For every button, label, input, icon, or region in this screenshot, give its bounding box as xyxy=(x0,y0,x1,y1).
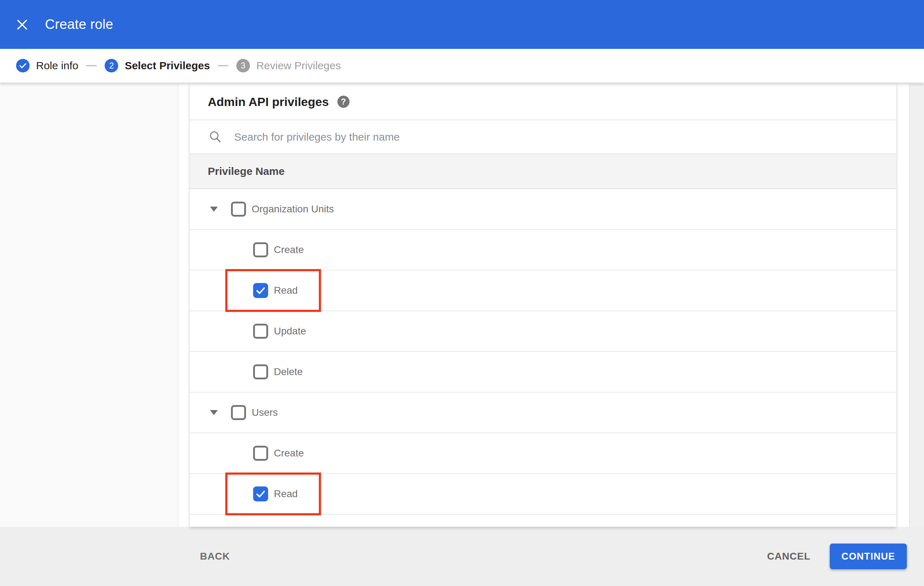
checkbox-unchecked[interactable] xyxy=(253,324,268,339)
step-connector xyxy=(218,65,228,66)
check-icon xyxy=(19,63,26,69)
checkbox-unchecked[interactable] xyxy=(231,202,246,217)
partial-row xyxy=(190,515,896,526)
step-2-label: Select Privileges xyxy=(125,59,210,72)
cancel-button[interactable]: CANCEL xyxy=(767,551,810,562)
scroll-gutter[interactable] xyxy=(909,84,924,527)
left-sidebar xyxy=(0,84,178,527)
step-1-label: Role info xyxy=(36,59,78,72)
privilege-label: Create xyxy=(274,448,304,459)
privilege-row: Create xyxy=(190,230,896,270)
privilege-label: Read xyxy=(274,285,298,296)
privilege-row: Delete xyxy=(190,352,896,393)
highlight-annotation xyxy=(225,269,321,312)
step-role-info[interactable]: Role info xyxy=(16,59,78,72)
privilege-row: Create xyxy=(190,433,896,474)
wizard-stepper: Role info 2 Select Privileges 3 Review P… xyxy=(0,49,924,83)
help-icon: ? xyxy=(341,98,346,106)
privileges-card: Admin API privileges ? Privilege Name Or… xyxy=(190,84,896,527)
help-button[interactable]: ? xyxy=(337,95,350,108)
search-input[interactable] xyxy=(234,131,733,143)
checkbox-unchecked[interactable] xyxy=(253,364,268,379)
privilege-label: Create xyxy=(274,244,304,255)
close-button[interactable] xyxy=(13,16,31,33)
panel-title: Admin API privileges xyxy=(208,95,329,109)
privilege-rows: Organization UnitsCreateReadUpdateDelete… xyxy=(190,189,896,515)
privilege-row: Users xyxy=(190,393,896,433)
column-header-label: Privilege Name xyxy=(208,165,285,177)
privilege-label: Update xyxy=(274,326,306,337)
privilege-row: Update xyxy=(190,311,896,352)
collapse-triangle-icon[interactable] xyxy=(210,207,218,212)
privilege-label: Users xyxy=(252,407,278,418)
step-3-label: Review Privileges xyxy=(256,59,341,72)
checkbox-unchecked[interactable] xyxy=(253,446,268,461)
privilege-row: Organization Units xyxy=(190,189,896,230)
collapse-triangle-icon[interactable] xyxy=(210,410,218,415)
search-icon xyxy=(208,130,222,144)
close-icon xyxy=(16,19,28,30)
privilege-label: Organization Units xyxy=(252,203,334,215)
step-2-number: 2 xyxy=(105,59,118,72)
privilege-row: Read xyxy=(190,270,896,311)
step-connector xyxy=(86,65,97,66)
continue-button[interactable]: CONTINUE xyxy=(830,543,907,569)
footer-bar: BACK CANCEL CONTINUE xyxy=(0,527,924,586)
app-header: Create role xyxy=(0,0,924,49)
checkbox-checked[interactable] xyxy=(253,283,268,298)
search-row xyxy=(190,120,896,154)
checkbox-unchecked[interactable] xyxy=(231,405,246,420)
privilege-label: Read xyxy=(274,488,298,500)
card-heading: Admin API privileges ? xyxy=(190,84,896,120)
table-header: Privilege Name xyxy=(190,154,896,189)
page-title: Create role xyxy=(45,17,113,32)
privilege-row: Read xyxy=(190,474,896,515)
privilege-label: Delete xyxy=(274,366,303,378)
checkbox-unchecked[interactable] xyxy=(253,242,268,257)
step-select-privileges[interactable]: 2 Select Privileges xyxy=(105,59,210,72)
checkbox-checked[interactable] xyxy=(253,486,268,501)
highlight-annotation xyxy=(225,472,321,515)
back-button[interactable]: BACK xyxy=(200,551,230,562)
step-3-number: 3 xyxy=(236,59,250,72)
step-review-privileges[interactable]: 3 Review Privileges xyxy=(236,59,341,72)
step-1-done-indicator xyxy=(16,59,30,72)
